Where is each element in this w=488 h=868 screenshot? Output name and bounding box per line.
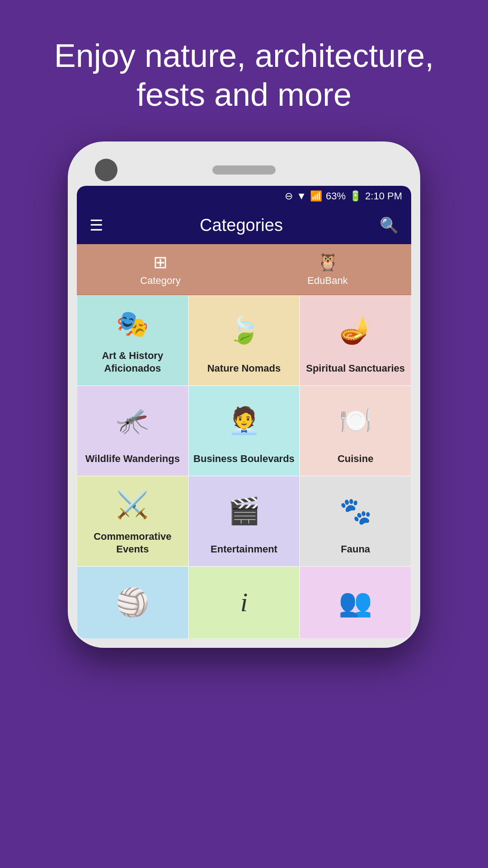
info-icon: i	[240, 587, 248, 618]
wildlife-label: Wildlife Wanderings	[85, 453, 180, 466]
hero-text: Enjoy nature, architecture, fests and mo…	[0, 0, 488, 142]
category-spiritual[interactable]: 🪔 Spiritual Sanctuaries	[300, 295, 411, 386]
status-bar: ⊖ ▼ 📶 63% 🔋 2:10 PM	[77, 186, 411, 207]
phone-notch	[77, 151, 411, 186]
search-icon[interactable]: 🔍	[380, 216, 399, 234]
minus-icon: ⊖	[285, 190, 293, 202]
cuisine-icon: 🍽️	[305, 395, 406, 446]
category-cuisine[interactable]: 🍽️ Cuisine	[300, 386, 411, 476]
category-fauna[interactable]: 🐾 Fauna	[300, 476, 411, 566]
category-commemorative[interactable]: ⚔️ Commemorative Events	[77, 476, 188, 566]
category-wildlife[interactable]: 🦟 Wildlife Wanderings	[77, 386, 188, 476]
phone-screen: ⊖ ▼ 📶 63% 🔋 2:10 PM ☰ Categories 🔍 ⊞ Cat…	[77, 186, 411, 639]
category-nature-nomads[interactable]: 🍃 Nature Nomads	[188, 295, 300, 386]
tab-bar: ⊞ Category 🦉 EduBank	[77, 244, 411, 295]
phone-frame: ⊖ ▼ 📶 63% 🔋 2:10 PM ☰ Categories 🔍 ⊞ Cat…	[68, 142, 420, 648]
wifi-icon: ▼	[296, 190, 306, 202]
tab-category[interactable]: ⊞ Category	[77, 244, 244, 295]
phone-speaker	[212, 165, 276, 175]
spiritual-icon: 🪔	[305, 305, 406, 356]
art-history-icon: 🎭	[82, 305, 183, 343]
toolbar-title: Categories	[200, 216, 283, 235]
category-tab-icon: ⊞	[153, 252, 168, 272]
edubank-tab-icon: 🦉	[317, 252, 338, 272]
category-community[interactable]: 👥	[300, 566, 411, 639]
category-art-history[interactable]: 🎭 Art & History Aficionados	[77, 295, 188, 386]
art-history-label: Art & History Aficionados	[82, 349, 183, 375]
category-business[interactable]: 🧑‍💼 Business Boulevards	[188, 386, 300, 476]
community-icon: 👥	[338, 586, 372, 618]
business-icon: 🧑‍💼	[193, 395, 295, 446]
entertainment-label: Entertainment	[211, 543, 277, 556]
signal-icon: 📶	[310, 190, 322, 202]
cuisine-label: Cuisine	[338, 453, 373, 466]
status-icons: ⊖ ▼ 📶 63% 🔋 2:10 PM	[285, 190, 402, 202]
hamburger-menu-icon[interactable]: ☰	[89, 216, 103, 234]
entertainment-icon: 🎬	[193, 486, 295, 537]
tab-category-label: Category	[140, 275, 180, 287]
commemorative-icon: ⚔️	[82, 486, 183, 524]
app-toolbar: ☰ Categories 🔍	[77, 207, 411, 244]
wildlife-icon: 🦟	[82, 395, 183, 446]
category-info[interactable]: i	[188, 566, 300, 639]
category-sports[interactable]: 🏐	[77, 566, 188, 639]
business-label: Business Boulevards	[193, 453, 295, 466]
nature-nomads-label: Nature Nomads	[207, 362, 281, 375]
tab-edubank[interactable]: 🦉 EduBank	[244, 244, 411, 295]
bottom-row: 🏐 i 👥	[77, 566, 411, 639]
battery-icon: 🔋	[349, 190, 361, 202]
hero-section: Enjoy nature, architecture, fests and mo…	[0, 0, 488, 142]
category-entertainment[interactable]: 🎬 Entertainment	[188, 476, 300, 566]
tab-edubank-label: EduBank	[307, 275, 347, 287]
nature-nomads-icon: 🍃	[193, 305, 295, 356]
fauna-icon: 🐾	[305, 486, 406, 537]
battery-percent: 63%	[326, 190, 346, 202]
time-display: 2:10 PM	[365, 190, 402, 202]
commemorative-label: Commemorative Events	[82, 530, 183, 556]
fauna-label: Fauna	[341, 543, 370, 556]
phone-camera	[95, 159, 117, 181]
spiritual-label: Spiritual Sanctuaries	[306, 362, 405, 375]
sports-icon: 🏐	[116, 586, 150, 618]
categories-grid: 🎭 Art & History Aficionados 🍃 Nature Nom…	[77, 295, 411, 566]
